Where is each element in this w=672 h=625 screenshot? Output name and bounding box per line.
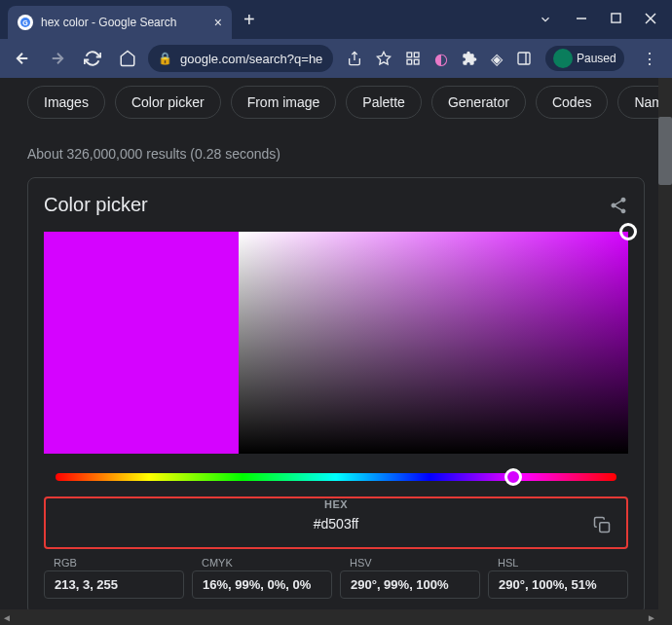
chevron-down-icon[interactable] xyxy=(539,13,552,26)
hsl-label: HSL xyxy=(488,557,628,569)
svg-rect-11 xyxy=(518,53,530,64)
forward-button[interactable] xyxy=(43,44,72,73)
hsl-value[interactable]: 290°, 100%, 51% xyxy=(488,570,628,599)
profile-avatar xyxy=(553,49,573,68)
chip-codes[interactable]: Codes xyxy=(536,86,608,119)
vertical-scrollbar[interactable] xyxy=(658,78,672,609)
rgb-label: RGB xyxy=(44,557,184,569)
format-hsv: HSV 290°, 99%, 100% xyxy=(340,557,480,599)
rgb-value[interactable]: 213, 3, 255 xyxy=(44,570,184,599)
svg-rect-9 xyxy=(414,59,419,64)
url-text: google.com/search?q=he… xyxy=(180,52,323,66)
gradient-thumb[interactable] xyxy=(619,223,637,240)
address-bar[interactable]: 🔒 google.com/search?q=he… xyxy=(148,45,333,72)
svg-marker-6 xyxy=(377,52,390,64)
format-hsl: HSL 290°, 100%, 51% xyxy=(488,557,628,599)
share-page-icon[interactable] xyxy=(347,51,362,66)
scroll-left-arrow[interactable]: ◄ xyxy=(2,612,12,623)
scrollbar-corner xyxy=(658,609,672,625)
hsv-label: HSV xyxy=(340,557,480,569)
new-tab-button[interactable]: + xyxy=(232,9,267,31)
chip-generator[interactable]: Generator xyxy=(431,86,526,119)
format-cmyk: CMYK 16%, 99%, 0%, 0% xyxy=(192,557,332,599)
hex-label: HEX xyxy=(57,498,615,510)
reload-button[interactable] xyxy=(78,44,107,73)
maximize-icon[interactable] xyxy=(611,13,621,26)
chip-from-image[interactable]: From image xyxy=(231,86,337,119)
paused-label: Paused xyxy=(577,52,616,65)
home-button[interactable] xyxy=(113,44,142,73)
color-picker-area xyxy=(44,232,628,454)
color-formats: RGB 213, 3, 255 CMYK 16%, 99%, 0%, 0% HS… xyxy=(44,557,628,599)
svg-rect-10 xyxy=(407,59,412,64)
extension-collections-icon[interactable] xyxy=(405,51,421,66)
hsv-value[interactable]: 290°, 99%, 100% xyxy=(340,570,480,599)
window-controls xyxy=(539,13,672,26)
format-rgb: RGB 213, 3, 255 xyxy=(44,557,184,599)
search-filter-chips: Images Color picker From image Palette G… xyxy=(0,86,672,134)
horizontal-scrollbar[interactable]: ◄ ► xyxy=(0,609,658,625)
lock-icon: 🔒 xyxy=(158,52,172,65)
vertical-scrollbar-thumb[interactable] xyxy=(658,117,672,185)
svg-rect-13 xyxy=(600,523,610,533)
minimize-icon[interactable] xyxy=(576,13,587,26)
page-content: Images Color picker From image Palette G… xyxy=(0,78,672,609)
svg-rect-8 xyxy=(414,53,419,57)
share-icon[interactable] xyxy=(609,196,628,215)
google-favicon: G xyxy=(18,15,33,30)
hue-thumb[interactable] xyxy=(504,468,522,486)
star-icon[interactable] xyxy=(376,51,392,66)
results-count: About 326,000,000 results (0.28 seconds) xyxy=(0,134,672,177)
browser-tab[interactable]: G hex color - Google Search × xyxy=(8,6,232,39)
color-picker-card: Color picker HEX #d503ff RGB 213, 3, 255… xyxy=(27,177,645,609)
window-titlebar: G hex color - Google Search × + xyxy=(0,0,672,39)
kebab-menu-icon[interactable]: ⋮ xyxy=(638,46,661,72)
extension-pink-icon[interactable]: ◐ xyxy=(434,50,448,68)
hue-slider[interactable] xyxy=(56,473,616,481)
color-swatch xyxy=(44,232,239,454)
profile-paused-badge[interactable]: Paused xyxy=(545,46,624,71)
cmyk-value[interactable]: 16%, 99%, 0%, 0% xyxy=(192,570,332,599)
svg-rect-3 xyxy=(612,14,620,22)
saturation-lightness-gradient[interactable] xyxy=(239,232,628,454)
extension-diamond-icon[interactable]: ◈ xyxy=(491,50,503,68)
cmyk-label: CMYK xyxy=(192,557,332,569)
chip-images[interactable]: Images xyxy=(27,86,105,119)
chip-palette[interactable]: Palette xyxy=(346,86,422,119)
card-title: Color picker xyxy=(44,194,148,216)
back-button[interactable] xyxy=(8,44,37,73)
tab-close-icon[interactable]: × xyxy=(214,15,222,30)
close-window-icon[interactable] xyxy=(645,13,656,26)
hex-value[interactable]: #d503ff xyxy=(57,510,615,537)
side-panel-icon[interactable] xyxy=(516,51,532,66)
svg-rect-7 xyxy=(407,53,412,57)
copy-icon[interactable] xyxy=(593,516,611,533)
extensions-icon[interactable] xyxy=(462,51,477,66)
scroll-right-arrow[interactable]: ► xyxy=(647,612,656,623)
tab-title: hex color - Google Search xyxy=(41,16,206,29)
hex-display: HEX #d503ff xyxy=(44,496,628,549)
browser-toolbar: 🔒 google.com/search?q=he… ◐ ◈ Paused ⋮ xyxy=(0,39,672,78)
svg-text:G: G xyxy=(22,19,28,26)
chip-color-picker[interactable]: Color picker xyxy=(115,86,221,119)
